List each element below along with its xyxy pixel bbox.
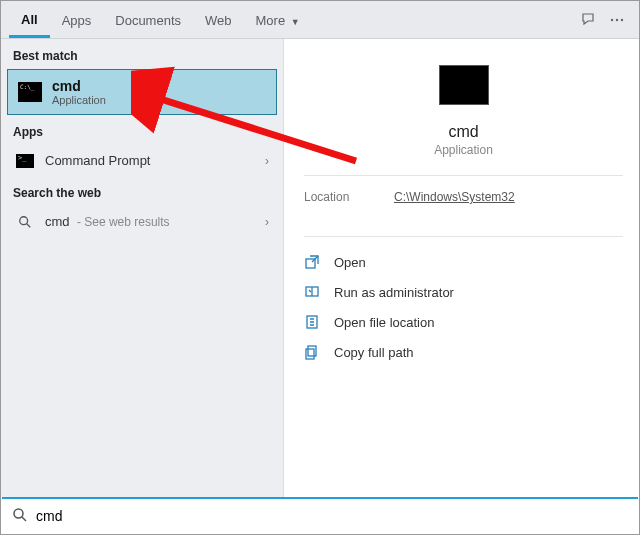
action-copy-full-path[interactable]: Copy full path xyxy=(304,337,623,367)
divider xyxy=(304,175,623,176)
tab-all[interactable]: All xyxy=(9,2,50,38)
apps-row-command-prompt[interactable]: Command Prompt › xyxy=(1,145,283,176)
command-prompt-icon xyxy=(15,154,35,168)
details-pane: cmd Application Location C:\Windows\Syst… xyxy=(284,39,639,498)
action-open[interactable]: Open xyxy=(304,247,623,277)
results-left-pane: Best match cmd Application Apps Command … xyxy=(1,39,284,498)
svg-point-1 xyxy=(616,18,618,20)
chevron-right-icon: › xyxy=(265,154,269,168)
search-icon xyxy=(12,507,28,526)
best-match-subtitle: Application xyxy=(52,94,106,106)
chevron-right-icon: › xyxy=(265,215,269,229)
tab-documents[interactable]: Documents xyxy=(103,3,193,36)
apps-header: Apps xyxy=(1,115,283,145)
svg-point-2 xyxy=(621,18,623,20)
preview-title: cmd xyxy=(448,123,478,141)
tab-apps[interactable]: Apps xyxy=(50,3,104,36)
search-input[interactable] xyxy=(36,508,628,524)
chevron-down-icon: ▼ xyxy=(291,17,300,27)
action-copy-full-path-label: Copy full path xyxy=(334,345,414,360)
preview-block: cmd Application xyxy=(304,57,623,157)
action-run-as-admin-label: Run as administrator xyxy=(334,285,454,300)
tab-more-label: More xyxy=(256,13,286,28)
web-row-query: cmd xyxy=(45,214,70,229)
svg-rect-8 xyxy=(308,346,316,356)
results-body: Best match cmd Application Apps Command … xyxy=(1,39,639,498)
copy-icon xyxy=(304,344,326,360)
action-open-file-location[interactable]: Open file location xyxy=(304,307,623,337)
svg-line-4 xyxy=(27,223,31,227)
action-open-file-location-label: Open file location xyxy=(334,315,434,330)
divider xyxy=(304,236,623,237)
best-match-header: Best match xyxy=(1,39,283,69)
svg-point-3 xyxy=(20,216,28,224)
cmd-large-icon xyxy=(439,65,489,105)
shield-icon xyxy=(304,284,326,300)
web-row-suffix: - See web results xyxy=(74,215,170,229)
tab-web[interactable]: Web xyxy=(193,3,244,36)
feedback-icon[interactable] xyxy=(575,6,603,34)
open-icon xyxy=(304,254,326,270)
action-open-label: Open xyxy=(334,255,366,270)
location-row: Location C:\Windows\System32 xyxy=(304,186,623,218)
tab-more[interactable]: More ▼ xyxy=(244,3,312,36)
preview-subtitle: Application xyxy=(434,143,493,157)
action-run-as-admin[interactable]: Run as administrator xyxy=(304,277,623,307)
best-match-item[interactable]: cmd Application xyxy=(7,69,277,115)
apps-row-label: Command Prompt xyxy=(45,153,265,168)
svg-point-0 xyxy=(611,18,613,20)
search-web-header: Search the web xyxy=(1,176,283,206)
search-icon xyxy=(15,215,35,229)
svg-rect-9 xyxy=(306,349,314,359)
more-options-icon[interactable] xyxy=(603,6,631,34)
location-value[interactable]: C:\Windows\System32 xyxy=(394,190,515,204)
svg-point-10 xyxy=(14,509,23,518)
location-label: Location xyxy=(304,190,394,204)
cmd-icon xyxy=(18,82,42,102)
folder-icon xyxy=(304,314,326,330)
search-bar[interactable] xyxy=(2,497,638,533)
svg-line-11 xyxy=(22,517,26,521)
best-match-title: cmd xyxy=(52,78,106,94)
web-row-label: cmd - See web results xyxy=(45,214,265,229)
search-tabs: All Apps Documents Web More ▼ xyxy=(1,1,639,39)
web-row-cmd[interactable]: cmd - See web results › xyxy=(1,206,283,237)
